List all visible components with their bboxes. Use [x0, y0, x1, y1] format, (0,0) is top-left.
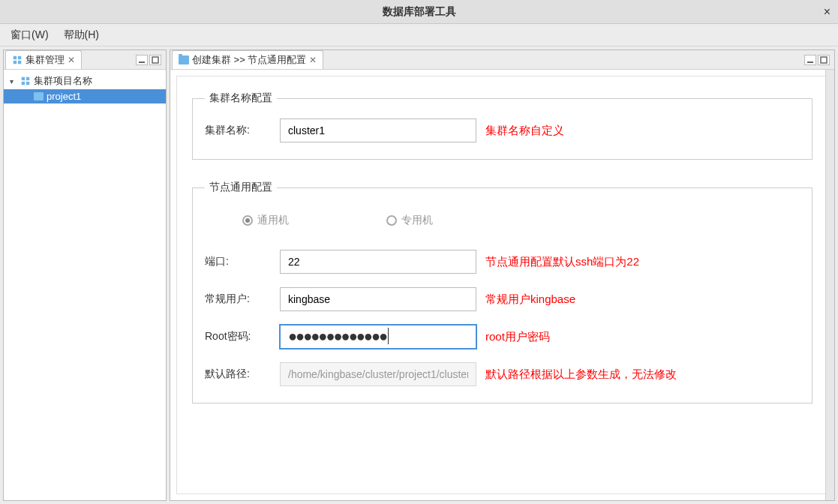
radio-dedicated-label: 专用机: [401, 214, 433, 227]
svg-rect-4: [139, 62, 145, 63]
svg-rect-9: [26, 82, 29, 85]
titlebar: 数据库部署工具 ×: [0, 0, 838, 24]
right-pane: 创建集群 >> 节点通用配置 ✕ 集群名称配置 集群名称: 集群名称自定义: [170, 50, 835, 501]
svg-rect-2: [14, 61, 17, 64]
window-close-button[interactable]: ×: [824, 5, 830, 19]
text-cursor: [388, 328, 389, 344]
default-path-input: [280, 362, 476, 386]
menubar: 窗口(W) 帮助(H): [0, 24, 838, 46]
default-path-annotation: 默认路径根据以上参数生成，无法修改: [485, 368, 677, 382]
user-row: 常规用户: 常规用户kingbase: [205, 287, 800, 311]
tab-close-icon[interactable]: ✕: [309, 55, 317, 65]
port-row: 端口: 节点通用配置默认ssh端口为22: [205, 250, 800, 274]
tree-root-row[interactable]: ▾ 集群项目名称: [4, 73, 166, 89]
cluster-name-annotation: 集群名称自定义: [485, 124, 564, 138]
tab-cluster-management-label: 集群管理: [26, 53, 65, 67]
tree-project-label: project1: [47, 91, 81, 102]
node-config-fieldset: 节点通用配置 通用机 专用机 端口: 节点通用配置默认ssh端口为22: [192, 181, 812, 404]
port-label: 端口:: [205, 255, 280, 268]
minimize-view-button[interactable]: [804, 55, 816, 65]
user-annotation: 常规用户kingbase: [485, 292, 575, 307]
folder-icon: [34, 92, 44, 100]
root-password-annotation: root用户密码: [485, 330, 550, 344]
port-input[interactable]: [280, 250, 476, 274]
svg-rect-7: [26, 77, 29, 80]
svg-rect-1: [18, 56, 21, 59]
maximize-view-button[interactable]: [149, 55, 161, 65]
maximize-view-button[interactable]: [818, 55, 830, 65]
default-path-row: 默认路径: 默认路径根据以上参数生成，无法修改: [205, 362, 800, 386]
svg-rect-6: [22, 77, 25, 80]
tab-close-icon[interactable]: ✕: [68, 55, 75, 65]
svg-rect-0: [14, 56, 17, 59]
radio-dedicated-machine[interactable]: 专用机: [386, 214, 433, 227]
svg-rect-8: [22, 82, 25, 85]
folder-icon: [179, 56, 189, 64]
svg-rect-10: [807, 62, 813, 63]
tree-expander-icon[interactable]: ▾: [10, 77, 17, 86]
cluster-name-legend: 集群名称配置: [205, 92, 277, 105]
user-input[interactable]: [280, 287, 476, 311]
root-password-row: Root密码: ●●●●●●●●●●●●● root用户密码: [205, 325, 800, 349]
node-config-legend: 节点通用配置: [205, 181, 277, 194]
left-pane-controls: [136, 55, 161, 65]
cluster-icon: [12, 55, 23, 65]
menu-help[interactable]: 帮助(H): [64, 28, 99, 42]
cluster-name-fieldset: 集群名称配置 集群名称: 集群名称自定义: [192, 92, 812, 160]
root-password-label: Root密码:: [205, 330, 280, 344]
radio-general-label: 通用机: [257, 214, 289, 227]
radio-unchecked-icon: [386, 215, 397, 226]
port-annotation: 节点通用配置默认ssh端口为22: [485, 255, 639, 269]
user-label: 常规用户:: [205, 292, 280, 306]
left-pane: 集群管理 ✕ ▾ 集群项目名称 project1: [3, 50, 167, 501]
workspace: 集群管理 ✕ ▾ 集群项目名称 project1 创建集群: [0, 46, 838, 504]
left-pane-tabbar: 集群管理 ✕: [4, 50, 166, 70]
radio-general-machine[interactable]: 通用机: [242, 214, 289, 227]
cluster-name-label: 集群名称:: [205, 124, 280, 137]
project-tree: ▾ 集群项目名称 project1: [4, 70, 166, 500]
cluster-root-icon: [20, 76, 31, 86]
tab-node-config-label: 创建集群 >> 节点通用配置: [192, 53, 306, 67]
svg-rect-11: [821, 57, 827, 63]
right-pane-tabbar: 创建集群 >> 节点通用配置 ✕: [170, 50, 834, 70]
machine-type-radios: 通用机 专用机: [205, 214, 800, 227]
cluster-name-input[interactable]: [280, 118, 476, 142]
radio-checked-icon: [242, 215, 253, 226]
window-title: 数据库部署工具: [383, 5, 456, 19]
root-password-input[interactable]: ●●●●●●●●●●●●●: [280, 325, 476, 349]
tree-root-label: 集群项目名称: [34, 74, 92, 88]
minimize-view-button[interactable]: [136, 55, 148, 65]
content-area: 集群名称配置 集群名称: 集群名称自定义 节点通用配置 通用机: [176, 76, 828, 494]
menu-window[interactable]: 窗口(W): [11, 28, 49, 42]
right-pane-controls: [804, 55, 830, 65]
svg-rect-3: [18, 61, 21, 64]
svg-rect-5: [152, 57, 158, 63]
right-scrollbar-gutter[interactable]: [825, 70, 834, 500]
tree-project-row[interactable]: project1: [4, 89, 166, 104]
default-path-label: 默认路径:: [205, 368, 280, 381]
cluster-name-row: 集群名称: 集群名称自定义: [205, 118, 800, 142]
tab-cluster-management[interactable]: 集群管理 ✕: [5, 50, 82, 69]
tab-node-config[interactable]: 创建集群 >> 节点通用配置 ✕: [172, 50, 323, 69]
